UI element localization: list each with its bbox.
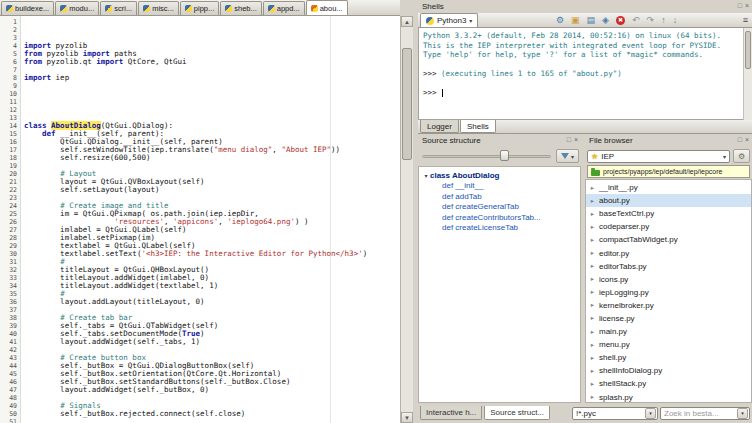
editor-scrollbar[interactable]: ▲ ▼ [400, 16, 413, 423]
expand-icon[interactable]: ▸ [589, 210, 596, 218]
chevron-down-icon[interactable]: ▾ [737, 408, 748, 419]
open-shell-dir-icon[interactable]: ▣ [571, 15, 580, 25]
shell-scrollbar[interactable] [743, 28, 752, 120]
terminate-shell-icon[interactable]: ✖ [616, 16, 625, 25]
tab-logger[interactable]: Logger [420, 120, 459, 133]
shell-scrollbar-thumb[interactable] [745, 31, 751, 69]
file-row[interactable]: ▸license.py [586, 312, 751, 325]
file-row[interactable]: ▸compactTabWidget.py [586, 233, 751, 246]
editor-tab[interactable]: scri... [100, 1, 137, 15]
expand-icon[interactable]: ▸ [589, 236, 596, 244]
structure-filter-button[interactable]: ▾ [556, 149, 579, 163]
expand-icon[interactable]: ▸ [589, 380, 596, 388]
browser-options-button[interactable]: ⚙ [733, 149, 750, 163]
tree-item[interactable]: ▾class AboutDialog [419, 170, 580, 181]
undo-icon[interactable]: ↶ [632, 15, 640, 25]
tool-tab[interactable]: Interactive h... [420, 406, 482, 420]
tree-item[interactable]: def createGeneralTab [419, 202, 580, 213]
expand-icon[interactable]: ▸ [589, 328, 596, 336]
file-filter-input[interactable] [576, 409, 643, 418]
edit-shell-config-icon[interactable]: ⚙ [556, 15, 564, 25]
shell-tab-python3[interactable]: Python3 ▾ [420, 13, 478, 27]
float-panel-icon[interactable]: □ [738, 2, 742, 10]
editor-tab[interactable]: pipp... [180, 1, 219, 15]
file-filter-combo[interactable]: ▾ [572, 407, 658, 420]
file-row[interactable]: ▸__init__.py [586, 181, 751, 194]
expand-icon[interactable]: ▸ [589, 197, 596, 205]
tool-tab[interactable]: Source struct... [484, 406, 550, 420]
clear-screen-icon[interactable]: ▤ [587, 15, 596, 25]
file-row[interactable]: ▸iepLogging.py [586, 286, 751, 299]
expand-icon[interactable]: ▸ [589, 184, 596, 192]
editor-tab[interactable]: appd... [263, 1, 305, 15]
scrollbar-up-icon[interactable]: ▲ [401, 16, 413, 27]
file-row[interactable]: ▸menu.py [586, 338, 751, 351]
file-name: shellInfoDialog.py [599, 366, 662, 375]
shell-menu-icon[interactable]: ≡ [743, 15, 748, 25]
file-row[interactable]: ▸shellStack.py [586, 377, 751, 390]
bookmark-dropdown[interactable]: ★ IEP ▾ [587, 150, 730, 163]
editor-tab[interactable]: misc... [138, 1, 179, 15]
file-row[interactable]: ▸splash.py [586, 391, 751, 404]
file-row[interactable]: ▸shellInfoDialog.py [586, 364, 751, 377]
interrupt-shell-icon[interactable]: ◈ [602, 15, 609, 25]
file-row[interactable]: ▸kernelbroker.py [586, 299, 751, 312]
chevron-down-icon[interactable]: ▾ [645, 408, 656, 419]
expanded-icon[interactable]: ▾ [422, 172, 430, 179]
editor-tab[interactable]: sheb... [220, 1, 262, 15]
shell-output[interactable]: Python 3.3.2+ (default, Feb 28 2014, 00:… [418, 28, 752, 120]
close-panel-icon[interactable]: × [745, 2, 749, 10]
tree-item-label: def createContributorsTab... [442, 213, 541, 222]
tab-shells[interactable]: Shells [460, 120, 496, 133]
expand-icon[interactable]: ▸ [589, 223, 596, 231]
editor-tab[interactable]: modu... [55, 1, 99, 15]
file-row[interactable]: ▸icons.py [586, 273, 751, 286]
float-panel-icon[interactable]: □ [567, 136, 571, 144]
close-panel-icon[interactable]: × [745, 136, 749, 144]
editor-tab[interactable]: buildexe... [1, 1, 54, 15]
tree-item[interactable]: def __init__ [419, 181, 580, 192]
file-row[interactable]: ▸main.py [586, 325, 751, 338]
expand-icon[interactable]: ▸ [589, 367, 596, 375]
chevron-down-icon[interactable]: ▾ [723, 153, 726, 160]
scroll-down-icon[interactable]: ↓ [673, 15, 678, 25]
scrollbar-thumb[interactable] [402, 48, 412, 160]
redo-icon[interactable]: ↷ [647, 15, 655, 25]
slider-handle[interactable] [500, 150, 509, 161]
file-row[interactable]: ▸about.py [586, 194, 751, 207]
close-panel-icon[interactable]: × [574, 136, 578, 144]
file-browser-controls: ★ IEP ▾ ⚙ [587, 148, 750, 164]
chevron-down-icon[interactable]: ▾ [469, 17, 472, 24]
scrollbar-down-icon[interactable]: ▼ [401, 412, 413, 423]
search-in-files-combo[interactable]: ▾ [660, 407, 750, 420]
expand-icon[interactable]: ▸ [589, 249, 596, 257]
file-row[interactable]: ▸codeparser.py [586, 220, 751, 233]
tree-item[interactable]: def createLicenseTab [419, 223, 580, 234]
expand-icon[interactable]: ▸ [589, 354, 596, 362]
editor-tab[interactable]: abou... [306, 0, 348, 15]
tree-item[interactable]: def createContributorsTab... [419, 212, 580, 223]
expand-icon[interactable]: ▸ [589, 341, 596, 349]
tree-item[interactable]: def addTab [419, 191, 580, 202]
line-number: 39 [0, 322, 17, 330]
expand-icon[interactable]: ▸ [589, 275, 596, 283]
file-row[interactable]: ▸editor.py [586, 246, 751, 259]
file-row[interactable]: ▸editorTabs.py [586, 260, 751, 273]
file-row[interactable]: ▸baseTextCtrl.py [586, 207, 751, 220]
expand-icon[interactable]: ▸ [589, 301, 596, 309]
expand-icon[interactable]: ▸ [589, 314, 596, 322]
code-area[interactable]: import pyzolibfrom pyzolib import pathsf… [21, 16, 400, 423]
path-bar[interactable]: projects/pyapps/iep/default/iep/iepcore [587, 165, 750, 178]
float-panel-icon[interactable]: □ [738, 136, 742, 144]
depth-slider[interactable] [420, 149, 553, 163]
search-in-files-input[interactable] [664, 409, 735, 418]
expand-icon[interactable]: ▸ [589, 262, 596, 270]
expand-icon[interactable]: ▸ [589, 288, 596, 296]
code-editor[interactable]: 1234567891011121314151617181920212223242… [0, 16, 400, 423]
slider-track [422, 155, 551, 158]
expand-icon[interactable]: ▸ [589, 393, 596, 401]
source-structure-tree[interactable]: ▾class AboutDialogdef __init__def addTab… [418, 166, 581, 403]
file-row[interactable]: ▸shell.py [586, 351, 751, 364]
scroll-up-icon[interactable]: ↑ [661, 15, 666, 25]
file-list[interactable]: ▸__init__.py▸about.py▸baseTextCtrl.py▸co… [585, 179, 752, 403]
